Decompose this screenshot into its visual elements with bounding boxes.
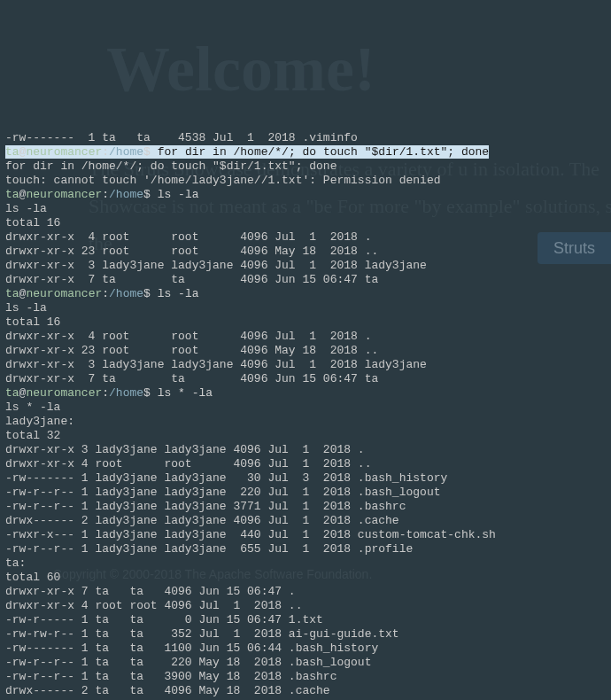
prompt-path: /home <box>109 188 143 201</box>
prompt-path: /home <box>109 145 143 159</box>
terminal-line: ls -la <box>5 202 606 216</box>
background-heading: Welcome! <box>106 62 375 76</box>
terminal-line: drwxr-xr-x 3 lady3jane lady3jane 4096 Ju… <box>5 259 606 273</box>
prompt-user: ta <box>5 386 19 400</box>
terminal-line: -rw-r--r-- 1 lady3jane lady3jane 3771 Ju… <box>5 500 606 514</box>
terminal-line: drwxr-xr-x 4 root root 4096 Jul 1 2018 .… <box>5 457 606 471</box>
terminal-line: -rw-r--r-- 1 ta ta 220 May 18 2018 .bash… <box>5 656 606 670</box>
terminal-line: drwxr-xr-x 4 root root 4096 Jul 1 2018 .… <box>5 599 606 613</box>
prompt-user: ta <box>5 287 19 300</box>
prompt-user: ta <box>5 188 19 201</box>
prompt-colon: : <box>102 145 109 159</box>
terminal-line: drwxr-xr-x 7 ta ta 4096 Jun 15 06:47 . <box>5 585 606 599</box>
terminal-line: -rw------- 1 ta ta 1100 Jun 15 06:44 .ba… <box>5 642 606 656</box>
prompt-host: neuromancer <box>26 386 102 400</box>
terminal-line: -rw-r----- 1 ta ta 0 Jun 15 06:47 1.txt <box>5 613 606 627</box>
terminal-line: total 16 <box>5 315 606 330</box>
prompt-sigil: $ <box>143 145 158 159</box>
prompt-host: neuromancer <box>26 188 102 201</box>
terminal-line: drwxr-xr-x 23 root root 4096 May 18 2018… <box>5 344 606 358</box>
terminal-line: total 60 <box>5 571 606 585</box>
terminal-line: drwx------ 2 ta ta 4096 May 18 2018 .cac… <box>5 684 606 698</box>
terminal-line: -rw-r--r-- 1 ta ta 3900 May 18 2018 .bas… <box>5 670 606 684</box>
command-text: ls * -la <box>158 386 213 400</box>
terminal-line: total 16 <box>5 216 606 230</box>
prompt-host: neuromancer <box>26 145 102 159</box>
terminal-line: -rwxr-x--- 1 lady3jane lady3jane 440 Jul… <box>5 528 606 542</box>
terminal-line: total 32 <box>5 429 606 443</box>
terminal-line: ta: <box>5 556 606 571</box>
terminal-line: -rw-r--r-- 1 lady3jane lady3jane 220 Jul… <box>5 486 606 500</box>
command-text: for dir in /home/*/; do touch "$dir/1.tx… <box>158 145 489 159</box>
terminal-line: ta@neuromancer:/home$ ls -la <box>5 188 606 202</box>
terminal-line: drwxr-xr-x 4 root root 4096 Jul 1 2018 . <box>5 230 606 245</box>
terminal-line: -rw------- 1 ta ta 4538 Jul 1 2018 .vimi… <box>5 131 606 145</box>
terminal-line: drwxr-xr-x 3 lady3jane lady3jane 4096 Ju… <box>5 358 606 372</box>
terminal-line: ta@neuromancer:/home$ for dir in /home/*… <box>5 145 606 159</box>
highlighted-command: ta@neuromancer:/home$ for dir in /home/*… <box>5 145 489 159</box>
prompt-sigil: $ <box>143 287 158 300</box>
terminal-line: ta@neuromancer:/home$ ls * -la <box>5 386 606 401</box>
terminal-line: drwxr-xr-x 23 root root 4096 May 18 2018… <box>5 245 606 259</box>
prompt-colon: : <box>102 386 109 400</box>
command-text: ls -la <box>158 188 199 201</box>
prompt-colon: : <box>102 188 109 201</box>
command-text: ls -la <box>158 287 199 300</box>
prompt-sigil: $ <box>143 386 158 400</box>
prompt-path: /home <box>109 386 143 400</box>
terminal-line: drwxr-xr-x 3 lady3jane lady3jane 4096 Ju… <box>5 443 606 457</box>
terminal-line: -rw------- 1 lady3jane lady3jane 30 Jul … <box>5 471 606 486</box>
prompt-path: /home <box>109 287 143 300</box>
terminal-line: ta@neuromancer:/home$ ls -la <box>5 287 606 301</box>
terminal-line: ls -la <box>5 301 606 315</box>
terminal-line: drwxr-xr-x 4 root root 4096 Jul 1 2018 . <box>5 330 606 344</box>
prompt-host: neuromancer <box>26 287 102 300</box>
terminal-line: ls * -la <box>5 401 606 415</box>
terminal-line: drwxr-xr-x 7 ta ta 4096 Jun 15 06:47 ta <box>5 273 606 287</box>
terminal-line: for dir in /home/*/; do touch "$dir/1.tx… <box>5 159 606 174</box>
terminal-line: -rw-r--r-- 1 lady3jane lady3jane 655 Jul… <box>5 542 606 556</box>
terminal-output[interactable]: -rw------- 1 ta ta 4538 Jul 1 2018 .vimi… <box>5 131 606 700</box>
prompt-sigil: $ <box>143 188 158 201</box>
terminal-line: -rw-rw-r-- 1 ta ta 352 Jul 1 2018 ai-gui… <box>5 627 606 642</box>
terminal-line: drwx------ 2 lady3jane lady3jane 4096 Ju… <box>5 514 606 528</box>
terminal-line: touch: cannot touch '/home/lady3jane//1.… <box>5 174 606 188</box>
prompt-colon: : <box>102 287 109 300</box>
prompt-user: ta <box>5 145 19 159</box>
terminal-line: drwxr-xr-x 7 ta ta 4096 Jun 15 06:47 ta <box>5 372 606 386</box>
terminal-line: lady3jane: <box>5 415 606 429</box>
